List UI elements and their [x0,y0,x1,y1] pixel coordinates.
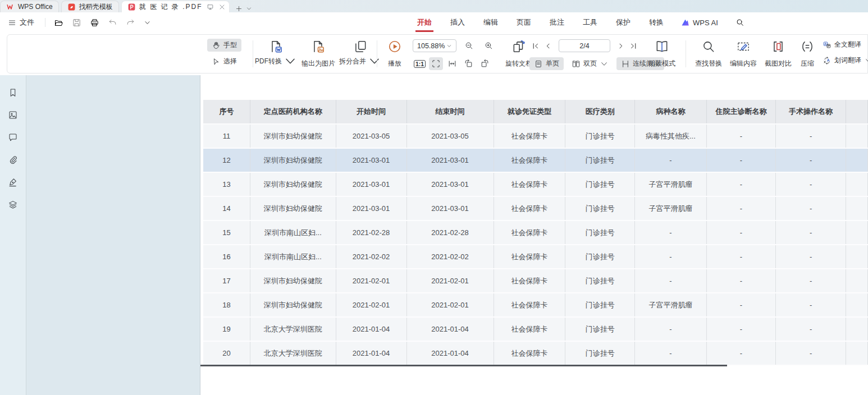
split-merge-button[interactable]: 拆分合并 [340,38,381,71]
screenshot-compare-button[interactable]: 截图对比 [761,38,796,71]
table-row[interactable]: 15 深圳市南山区妇... 2021-02-28 2021-02-28 社会保障… [203,221,868,245]
signature-panel-icon[interactable] [8,177,18,187]
word-translate-label: 划词翻译 [834,56,861,65]
full-translate-button[interactable]: 全文翻译 [823,40,868,49]
bookmark-panel-icon[interactable] [8,88,18,98]
table-row[interactable]: 12 深圳市妇幼保健院 2021-03-01 2021-03-01 社会保障卡 … [203,148,868,172]
table-row[interactable]: 19 北京大学深圳医院 2021-01-04 2021-01-04 社会保障卡 … [203,317,868,341]
save-icon[interactable] [72,18,81,27]
cell-end: 2021-03-05 [406,124,494,148]
menu-item-insert[interactable]: 插入 [449,12,467,33]
full-translate-icon [823,40,832,49]
screenshot-compare-label: 截图对比 [765,59,792,68]
table-row[interactable]: 16 深圳市南山区妇... 2021-02-02 2021-02-02 社会保障… [203,245,868,269]
undo-icon[interactable] [108,18,117,27]
col-header-type: 医疗类别 [565,100,635,124]
zoom-level-combobox[interactable]: 105.88% [413,39,456,52]
cell-diagnosis: - [706,293,775,317]
first-page-button[interactable] [529,40,542,52]
pdf-file-icon [127,3,136,11]
pdf-convert-icon [269,39,284,54]
cell-disease: - [635,341,707,365]
table-row[interactable]: 13 深圳市妇幼保健院 2021-03-01 2021-03-01 社会保障卡 … [203,172,868,196]
cell-end: 2021-03-01 [406,196,494,221]
new-tab-icon[interactable] [235,5,243,12]
table-row[interactable]: 11 深圳市妇幼保健院 2021-03-05 2021-03-05 社会保障卡 … [203,124,868,148]
menu-item-protect[interactable]: 保护 [614,12,632,33]
table-row[interactable]: 14 深圳市妇幼保健院 2021-03-01 2021-03-01 社会保障卡 … [203,196,868,221]
table-row[interactable]: 20 北京大学深圳医院 2021-01-04 2021-01-04 社会保障卡 … [203,341,868,365]
col-header-org: 定点医药机构名称 [250,100,336,124]
wps-ai-button[interactable]: WPS AI [680,18,718,27]
table-row[interactable]: 18 深圳市妇幼保健院 2021-02-01 2021-02-01 社会保障卡 … [203,293,868,317]
cell-org: 深圳市妇幼保健院 [250,148,336,172]
pdf-convert-button[interactable]: PDF转换 [255,38,297,71]
menu-bar: 文件 开始 插入 编辑 页面 批注 工具 保护 转换 WPS AI [0,12,868,33]
cell-diagnosis: - [706,148,775,172]
tab-wps-office[interactable]: WPS Office [0,1,59,12]
quickbar-chevron-icon[interactable] [144,19,151,26]
cell-type: 门诊挂号 [565,245,635,269]
play-button[interactable]: 播放 [380,38,409,71]
single-page-button[interactable]: 单页 [529,57,564,70]
layers-panel-icon[interactable] [8,200,18,210]
hand-tool-button[interactable]: 手型 [207,39,241,52]
comment-panel-icon[interactable] [8,132,18,143]
rotate-right-button[interactable] [478,57,492,70]
cell-diagnosis: - [706,221,775,245]
tab-list-chevron-icon[interactable] [246,6,252,12]
compress-icon [800,39,815,54]
open-file-icon[interactable] [54,18,63,27]
col-header-index: 序号 [203,100,250,124]
tab-document-pdf[interactable]: 就 医 记 录 .PDF [121,1,230,12]
menu-item-comment[interactable]: 批注 [548,12,566,33]
double-page-button[interactable]: 双页 [567,57,613,70]
cell-end: 2021-01-04 [406,341,494,365]
select-tool-button[interactable]: 选择 [207,55,241,68]
cell-extra [846,269,868,293]
pdf-page[interactable]: 序号 定点医药机构名称 开始时间 结束时间 就诊凭证类型 医疗类别 病种名称 住… [200,75,868,395]
page-number-field[interactable]: 2/4 [559,39,610,52]
read-mode-button[interactable]: 阅读模式 [645,38,679,71]
cell-operation: - [776,148,846,172]
zoom-in-icon[interactable] [484,41,494,50]
edit-content-button[interactable]: 编辑内容 [726,38,761,71]
screen-cast-icon[interactable] [207,3,214,11]
menu-item-home[interactable]: 开始 [415,12,433,33]
fit-page-button[interactable] [429,57,443,70]
tab-docer-templates[interactable]: 找稻壳模板 [61,1,119,12]
menu-item-tools[interactable]: 工具 [581,12,599,33]
table-row[interactable]: 17 深圳市妇幼保健院 2021-02-01 2021-02-01 社会保障卡 … [203,269,868,293]
export-image-button[interactable]: 输出为图片 [297,38,340,71]
fit-page-icon [431,59,441,68]
split-merge-icon [353,39,368,54]
file-menu-label: 文件 [20,17,34,27]
word-translate-button[interactable]: 划词翻译 [823,56,868,65]
cell-end: 2021-02-28 [406,221,494,245]
cell-diagnosis: - [706,269,775,293]
actual-size-button[interactable]: 1:1 [413,57,427,70]
cell-org: 北京大学深圳医院 [250,341,336,365]
zoom-out-icon[interactable] [464,41,474,50]
navigation-panel[interactable] [26,75,200,395]
menu-item-page[interactable]: 页面 [515,12,533,33]
next-page-button[interactable] [615,40,627,52]
compress-button[interactable]: 压缩 [796,38,819,71]
menu-item-convert[interactable]: 转换 [647,12,665,33]
redo-icon[interactable] [126,18,135,27]
find-replace-button[interactable]: 查找替换 [691,38,726,71]
read-mode-icon [655,39,669,54]
cell-operation: - [776,269,846,293]
menu-search-icon[interactable] [735,18,744,27]
print-icon[interactable] [90,18,99,27]
thumbnail-panel-icon[interactable] [8,110,18,120]
file-menu-button[interactable]: 文件 [7,17,39,27]
close-tab-icon[interactable] [218,3,226,11]
cell-cert: 社会保障卡 [494,196,565,221]
fit-width-button[interactable] [445,57,459,70]
attachment-panel-icon[interactable] [8,155,18,165]
last-page-button[interactable] [627,40,639,52]
rotate-left-button[interactable] [462,57,476,70]
prev-page-button[interactable] [542,40,554,52]
menu-item-edit[interactable]: 编辑 [482,12,500,33]
